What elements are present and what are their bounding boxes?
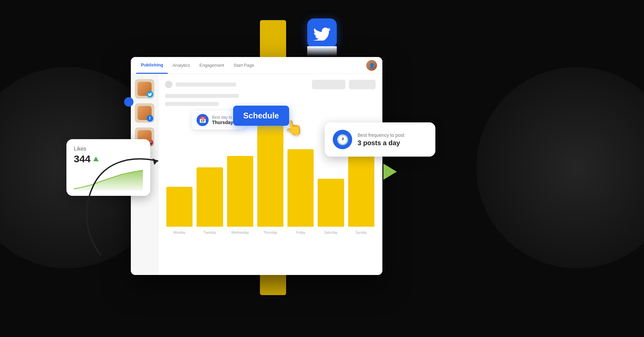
- cursor-hand-icon: 👆: [283, 118, 304, 138]
- label-friday: Friday: [287, 231, 314, 234]
- tab-startpage[interactable]: Start Page: [229, 57, 259, 74]
- twitter-logo-top: [307, 18, 337, 48]
- twitter-bird-icon: [313, 26, 331, 41]
- frequency-card: 🕐 Best frequency to post 3 posts a day: [325, 122, 435, 157]
- green-arrow-right: [383, 164, 397, 180]
- nav-bar: Publishing Analytics Engagement Start Pa…: [131, 57, 382, 74]
- twitter-badge: [147, 91, 153, 98]
- label-tuesday: Tuesday: [197, 231, 223, 234]
- label-sunday: Sunday: [348, 231, 374, 234]
- tab-publishing[interactable]: Publishing: [136, 57, 168, 74]
- clock-icon: 🕐: [333, 130, 352, 149]
- trend-up-icon: [93, 157, 99, 161]
- facebook-badge: f: [147, 115, 153, 122]
- user-avatar: 👤: [366, 60, 377, 71]
- frequency-label: Best frequency to post: [358, 132, 404, 138]
- bar-thursday: [257, 113, 283, 227]
- calendar-icon: 📅: [197, 114, 209, 126]
- main-content: Monday Tuesday Wednesday Thursday Friday…: [158, 74, 382, 275]
- dashboard-card: Publishing Analytics Engagement Start Pa…: [131, 57, 382, 275]
- likes-chart: [74, 169, 143, 190]
- blue-dot-decoration: [124, 97, 133, 107]
- bar-monday: [166, 113, 193, 227]
- bar-wednesday: [227, 113, 253, 227]
- frequency-value: 3 posts a day: [358, 139, 404, 147]
- label-monday: Monday: [166, 231, 193, 234]
- sidebar-item-twitter[interactable]: [135, 79, 154, 99]
- sidebar-item-facebook[interactable]: f: [135, 103, 154, 123]
- likes-label: Likes: [74, 146, 143, 152]
- label-thursday: Thursday: [257, 231, 283, 234]
- tab-analytics[interactable]: Analytics: [168, 57, 195, 74]
- label-wednesday: Wednesday: [227, 231, 253, 234]
- bar-tuesday: [197, 113, 223, 227]
- likes-value: 344: [74, 153, 91, 165]
- schedule-button[interactable]: Schedule: [233, 106, 289, 126]
- label-saturday: Saturday: [318, 231, 344, 234]
- likes-card: Likes 344: [66, 139, 150, 196]
- tab-engagement[interactable]: Engagement: [195, 57, 229, 74]
